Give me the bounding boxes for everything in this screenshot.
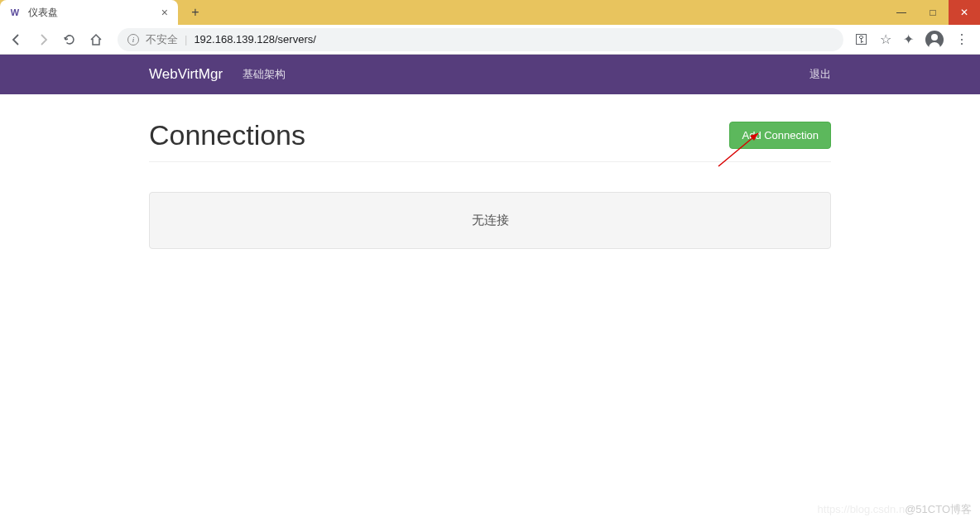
app-navbar: WebVirtMgr 基础架构 退出: [0, 55, 980, 94]
browser-tab-active[interactable]: W 仪表盘 ×: [0, 0, 178, 25]
new-tab-button[interactable]: +: [184, 0, 207, 25]
page-title: Connections: [149, 119, 305, 151]
nav-infrastructure-link[interactable]: 基础架构: [243, 67, 286, 82]
tab-title: 仪表盘: [28, 6, 153, 20]
forward-button[interactable]: [33, 30, 53, 50]
address-separator: |: [185, 33, 187, 45]
extensions-icon[interactable]: ✦: [903, 31, 914, 47]
url-text: 192.168.139.128/servers/: [194, 33, 315, 45]
empty-state-text: 无连接: [472, 213, 509, 227]
browser-toolbar: i 不安全 | 192.168.139.128/servers/ ⚿ ☆ ✦ ⋮: [0, 25, 980, 55]
profile-avatar-icon[interactable]: [925, 31, 944, 49]
watermark: https://blog.csdn.n@51CTO博客: [818, 502, 972, 517]
address-bar[interactable]: i 不安全 | 192.168.139.128/servers/: [118, 28, 843, 51]
add-connection-button[interactable]: Add Connection: [729, 122, 831, 149]
watermark-text: @51CTO博客: [905, 503, 972, 515]
tab-close-icon[interactable]: ×: [160, 6, 170, 19]
saved-password-icon[interactable]: ⚿: [855, 32, 868, 47]
home-button[interactable]: [86, 30, 106, 50]
toolbar-right: ⚿ ☆ ✦ ⋮: [855, 31, 973, 49]
site-info-icon[interactable]: i: [127, 34, 139, 45]
back-button[interactable]: [7, 30, 26, 50]
brand-logo[interactable]: WebVirtMgr: [149, 66, 223, 83]
tab-favicon-icon: W: [8, 6, 22, 19]
window-minimize-button[interactable]: —: [886, 0, 917, 25]
page-header: Connections Add Connection: [149, 119, 831, 162]
window-maximize-button[interactable]: □: [917, 0, 949, 25]
main-content: Connections Add Connection 无连接: [0, 94, 980, 249]
insecure-label: 不安全: [146, 32, 178, 47]
nav-logout-link[interactable]: 退出: [809, 67, 831, 82]
bookmark-star-icon[interactable]: ☆: [880, 31, 891, 47]
reload-button[interactable]: [60, 30, 79, 50]
browser-menu-icon[interactable]: ⋮: [955, 31, 968, 47]
window-controls: — □ ✕: [886, 0, 980, 25]
empty-state-well: 无连接: [149, 192, 831, 249]
window-close-button[interactable]: ✕: [949, 0, 980, 25]
watermark-faint: https://blog.csdn.n: [818, 503, 906, 515]
